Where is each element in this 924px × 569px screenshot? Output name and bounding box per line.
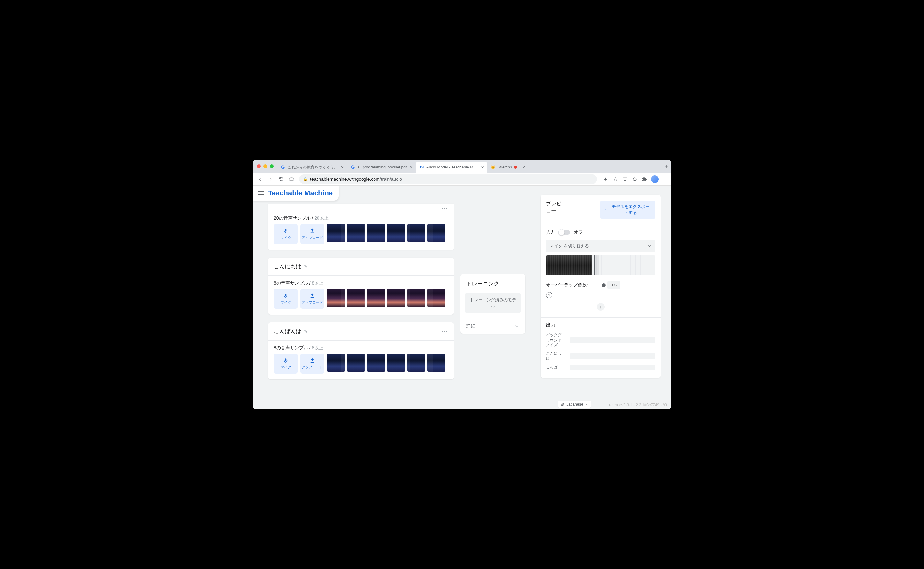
upload-button[interactable]: アップロード <box>300 353 324 374</box>
extension-chat-icon[interactable] <box>622 176 628 183</box>
titlebar: これからの教育をつくろう。×ai_programming_booklet.pdf… <box>253 160 671 173</box>
audio-sample-thumbnail[interactable] <box>407 353 426 372</box>
extension-circle-icon[interactable] <box>631 176 638 183</box>
home-button[interactable] <box>287 175 296 184</box>
record-mic-button[interactable]: マイク <box>274 289 298 309</box>
training-advanced-toggle[interactable]: 詳細 <box>460 318 525 334</box>
chrome-menu-icon[interactable]: ⋮ <box>662 176 669 183</box>
chevron-down-icon <box>514 324 519 329</box>
reload-button[interactable] <box>277 175 286 184</box>
audio-sample-thumbnail[interactable] <box>427 224 445 242</box>
recording-indicator-icon <box>514 166 517 169</box>
output-row: こんにちは <box>546 351 655 361</box>
app-title: Teachable Machine <box>268 189 333 197</box>
browser-tab[interactable]: TMAudio Model - Teachable Mach× <box>416 162 487 173</box>
minimize-window-button[interactable] <box>263 164 267 168</box>
extensions-puzzle-icon[interactable] <box>641 176 647 183</box>
output-row: バックグラウンド ノイズ <box>546 333 655 348</box>
version-text: release-2-3-1 - 2.3.1#3c7749 - 99 <box>609 403 667 407</box>
address-bar[interactable]: 🔒 teachablemachine.withgoogle.com/train/… <box>299 174 597 184</box>
maximize-window-button[interactable] <box>270 164 274 168</box>
language-selector[interactable]: Japanese <box>558 401 591 408</box>
overlap-slider[interactable] <box>591 285 605 286</box>
upload-icon <box>604 207 608 212</box>
lock-icon: 🔒 <box>303 177 307 181</box>
audio-sample-thumbnail[interactable] <box>427 353 445 372</box>
class-menu-button[interactable]: ⋮ <box>441 206 448 211</box>
bookmark-star-icon[interactable]: ☆ <box>612 176 619 183</box>
output-title: 出力 <box>546 322 655 328</box>
record-mic-button[interactable]: マイク <box>274 353 298 374</box>
tab-title: Audio Model - Teachable Mach <box>426 165 478 169</box>
profile-avatar[interactable] <box>651 175 659 183</box>
close-window-button[interactable] <box>257 164 261 168</box>
training-card: トレーニング トレーニング済みのモデル 詳細 <box>460 274 525 334</box>
output-class-label: こんにちは <box>546 351 565 361</box>
input-toggle[interactable] <box>559 230 570 234</box>
tab-title: Stretch3 <box>498 165 512 169</box>
edit-name-button[interactable]: ✎ <box>304 329 308 334</box>
class-name: こんにちは <box>274 263 301 270</box>
back-button[interactable] <box>255 175 265 184</box>
classes-column: ⋮ 20の音声サンプル / 20以上 マイク アップロード こんにちは✎⋮ 8の… <box>253 186 454 409</box>
samples-count-label: 8の音声サンプル / 8以上 <box>268 276 454 289</box>
edit-name-button[interactable]: ✎ <box>304 264 308 269</box>
audio-sample-thumbnail[interactable] <box>347 289 365 307</box>
toggle-state-label: オフ <box>574 230 583 235</box>
audio-sample-thumbnail[interactable] <box>347 224 365 242</box>
upload-button[interactable]: アップロード <box>300 224 324 244</box>
tab-title: ai_programming_booklet.pdf <box>357 165 407 169</box>
browser-tabs: これからの教育をつくろう。×ai_programming_booklet.pdf… <box>277 160 662 173</box>
class-card: こんにちは✎⋮ 8の音声サンプル / 8以上 マイク アップロード <box>268 258 454 315</box>
audio-sample-thumbnail[interactable] <box>387 289 405 307</box>
browser-tab[interactable]: ai_programming_booklet.pdf× <box>347 162 416 173</box>
audio-sample-thumbnail[interactable] <box>387 353 405 372</box>
audio-sample-thumbnail[interactable] <box>327 289 345 307</box>
audio-sample-thumbnail[interactable] <box>367 289 385 307</box>
audio-sample-thumbnail[interactable] <box>327 353 345 372</box>
forward-button[interactable] <box>266 175 275 184</box>
tab-close-button[interactable]: × <box>410 164 412 170</box>
audio-sample-thumbnail[interactable] <box>427 289 445 307</box>
globe-icon <box>561 402 564 406</box>
chevron-down-icon <box>647 244 652 248</box>
tab-close-button[interactable]: × <box>522 164 525 170</box>
export-model-button[interactable]: モデルをエクスポートする <box>600 201 655 219</box>
help-icon[interactable]: ? <box>546 292 552 298</box>
browser-tab[interactable]: これからの教育をつくろう。× <box>277 162 347 173</box>
overlap-value[interactable]: 0.5 <box>608 281 620 289</box>
tab-close-button[interactable]: × <box>481 164 484 170</box>
preview-column: プレビュー モデルをエクスポートする 入力 オフ <box>532 186 671 409</box>
audio-sample-thumbnail[interactable] <box>327 224 345 242</box>
record-mic-button[interactable]: マイク <box>274 224 298 244</box>
scroll-down-button[interactable]: ↓ <box>597 303 605 311</box>
output-class-label: こんば <box>546 365 565 370</box>
audio-sample-thumbnail[interactable] <box>407 224 426 242</box>
class-menu-button[interactable]: ⋮ <box>441 264 448 269</box>
samples-count-label: 8の音声サンプル / 8以上 <box>268 341 454 353</box>
menu-button[interactable] <box>258 191 264 195</box>
audio-sample-thumbnail[interactable] <box>367 224 385 242</box>
upload-button[interactable]: アップロード <box>300 289 324 309</box>
audio-sample-thumbnail[interactable] <box>407 289 426 307</box>
class-card: こんばんは✎⋮ 8の音声サンプル / 8以上 マイク アップロード <box>268 323 454 379</box>
output-row: こんば <box>546 365 655 370</box>
class-card: ⋮ 20の音声サンプル / 20以上 マイク アップロード <box>268 204 454 250</box>
samples-count-label: 20の音声サンプル / 20以上 <box>268 211 454 224</box>
audio-sample-thumbnail[interactable] <box>347 353 365 372</box>
tab-close-button[interactable]: × <box>341 164 344 170</box>
training-title: トレーニング <box>460 274 525 293</box>
audio-sample-thumbnail[interactable] <box>387 224 405 242</box>
spectrogram-cursor <box>594 256 599 275</box>
new-tab-button[interactable]: + <box>662 162 671 171</box>
training-column: トレーニング トレーニング済みのモデル 詳細 <box>454 186 532 409</box>
training-status: トレーニング済みのモデル <box>465 293 521 313</box>
voice-search-icon[interactable] <box>602 176 609 183</box>
browser-toolbar: 🔒 teachablemachine.withgoogle.com/train/… <box>253 173 671 186</box>
mic-source-dropdown[interactable]: マイク を切り替える <box>546 240 655 252</box>
class-menu-button[interactable]: ⋮ <box>441 329 448 334</box>
app-header: Teachable Machine <box>253 186 339 201</box>
audio-sample-thumbnail[interactable] <box>367 353 385 372</box>
live-spectrogram <box>546 256 655 275</box>
browser-tab[interactable]: 🐱Stretch3× <box>487 162 529 173</box>
